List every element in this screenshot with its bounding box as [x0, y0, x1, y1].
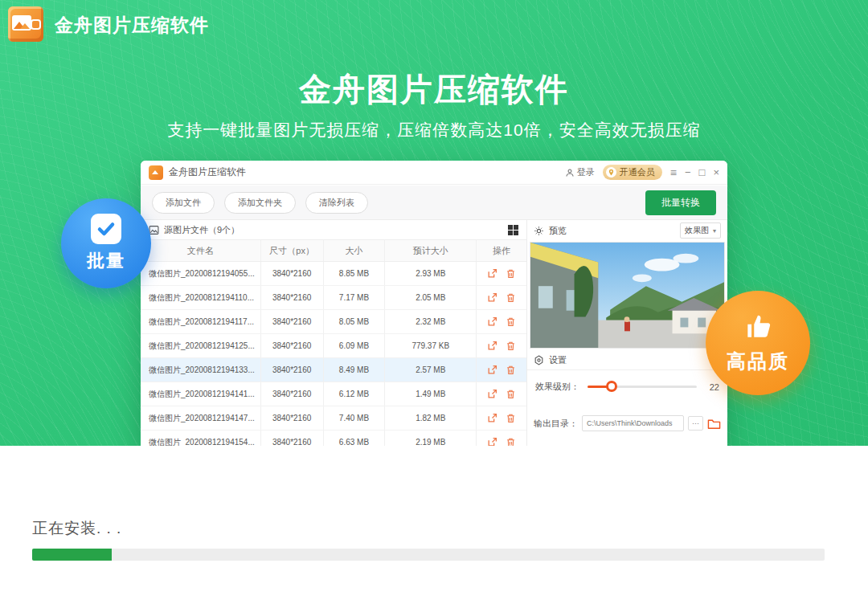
- delete-icon[interactable]: [506, 437, 516, 446]
- settings-icon: [534, 355, 544, 365]
- table-row[interactable]: 微信图片_20200812194147... 3840*2160 7.40 MB…: [141, 406, 526, 431]
- preview-mode-select[interactable]: 效果图 ▾: [680, 222, 721, 239]
- dimensions-cell: 3840*2160: [261, 286, 324, 309]
- install-progress-bar: [32, 549, 825, 561]
- table-header: 文件名 尺寸（px） 大小 预计大小 操作: [141, 239, 526, 262]
- batch-convert-button[interactable]: 批量转换: [645, 190, 716, 215]
- estimated-size-cell: 1.49 MB: [385, 382, 477, 406]
- add-file-button[interactable]: 添加文件: [152, 192, 215, 214]
- vip-pin-icon: [606, 167, 616, 178]
- header-size[interactable]: 大小: [324, 240, 386, 261]
- open-file-icon[interactable]: [487, 437, 497, 446]
- install-status-text: 正在安装. . .: [32, 518, 121, 539]
- open-file-icon[interactable]: [487, 365, 497, 375]
- dimensions-cell: 3840*2160: [261, 406, 324, 430]
- file-name-cell: 微信图片_20200812194117...: [141, 310, 261, 333]
- effect-level-slider[interactable]: [588, 386, 697, 388]
- maximize-icon[interactable]: □: [699, 167, 706, 178]
- header-dimensions[interactable]: 尺寸（px）: [261, 240, 324, 261]
- table-row[interactable]: 微信图片_20200812194110... 3840*2160 7.17 MB…: [141, 286, 526, 310]
- file-name-cell: 微信图片_20200812194133...: [141, 358, 261, 382]
- header-filename[interactable]: 文件名: [141, 240, 261, 261]
- open-file-icon[interactable]: [487, 389, 497, 399]
- table-row[interactable]: 微信图片_20200812194133... 3840*2160 8.49 MB…: [141, 358, 526, 382]
- size-cell: 8.49 MB: [324, 358, 386, 382]
- delete-icon[interactable]: [506, 341, 516, 351]
- delete-icon[interactable]: [506, 389, 516, 399]
- preview-label: 预览: [549, 225, 567, 237]
- hero-subtitle: 支持一键批量图片无损压缩，压缩倍数高达10倍，安全高效无损压缩: [0, 119, 868, 141]
- thumbs-up-icon: [743, 312, 773, 342]
- app-window-preview: 金舟图片压缩软件 登录 开通会员 ≡ − □ ×: [141, 161, 727, 446]
- window-title: 金舟图片压缩软件: [169, 165, 246, 179]
- size-cell: 8.05 MB: [324, 310, 386, 333]
- folder-icon[interactable]: [707, 418, 721, 430]
- window-titlebar: 金舟图片压缩软件 登录 开通会员 ≡ − □ ×: [141, 161, 727, 185]
- open-file-icon[interactable]: [487, 292, 497, 303]
- delete-icon[interactable]: [506, 316, 516, 327]
- size-cell: 6.12 MB: [324, 382, 386, 406]
- clear-list-button[interactable]: 清除列表: [305, 192, 368, 214]
- estimated-size-cell: 2.57 MB: [385, 358, 477, 382]
- grid-view-icon[interactable]: [508, 225, 518, 235]
- installer-footer: 正在安装. . .: [0, 446, 868, 604]
- estimated-size-cell: 779.37 KB: [385, 334, 477, 357]
- delete-icon[interactable]: [506, 268, 516, 279]
- estimated-size-cell: 2.93 MB: [385, 262, 477, 285]
- batch-badge: 批量: [61, 198, 151, 288]
- install-progress-fill: [32, 549, 112, 561]
- window-logo-icon: [149, 165, 163, 180]
- installer-screen: 金舟图片压缩软件 金舟图片压缩软件 支持一键批量图片无损压缩，压缩倍数高达10倍…: [0, 0, 868, 604]
- header-actions[interactable]: 操作: [477, 240, 526, 261]
- estimated-size-cell: 1.82 MB: [385, 406, 477, 430]
- file-name-cell: 微信图片_20200812194055...: [141, 262, 261, 285]
- add-folder-button[interactable]: 添加文件夹: [224, 192, 296, 214]
- open-file-icon[interactable]: [487, 316, 497, 327]
- open-file-icon[interactable]: [487, 413, 497, 423]
- effect-level-value: 22: [705, 382, 719, 392]
- table-body: 微信图片_20200812194055... 3840*2160 8.85 MB…: [141, 262, 526, 446]
- slider-handle[interactable]: [606, 381, 617, 392]
- open-file-icon[interactable]: [487, 341, 497, 351]
- size-cell: 8.85 MB: [324, 262, 386, 285]
- login-label: 登录: [577, 166, 595, 178]
- output-dir-label: 输出目录：: [534, 418, 578, 430]
- minimize-icon[interactable]: −: [685, 167, 691, 178]
- browse-more-button[interactable]: ···: [688, 416, 703, 431]
- dimensions-cell: 3840*2160: [261, 358, 324, 382]
- table-row[interactable]: 微信图片_20200812194125... 3840*2160 6.09 MB…: [141, 334, 526, 358]
- image-icon: [149, 225, 159, 235]
- table-row[interactable]: 微信图片_20200812194055... 3840*2160 8.85 MB…: [141, 262, 526, 286]
- dimensions-cell: 3840*2160: [261, 262, 324, 285]
- file-name-cell: 微信图片_20200812194154...: [141, 431, 261, 446]
- delete-icon[interactable]: [506, 413, 516, 423]
- table-row[interactable]: 微信图片_20200812194141... 3840*2160 6.12 MB…: [141, 382, 526, 406]
- batch-badge-label: 批量: [87, 249, 125, 273]
- quality-badge: 高品质: [706, 291, 810, 395]
- file-name-cell: 微信图片_20200812194141...: [141, 382, 261, 406]
- vip-button[interactable]: 开通会员: [603, 165, 662, 180]
- settings-label: 设置: [549, 354, 567, 366]
- quality-badge-label: 高品质: [727, 349, 789, 374]
- table-row[interactable]: 微信图片_20200812194154... 3840*2160 6.63 MB…: [141, 431, 526, 446]
- size-cell: 7.40 MB: [324, 406, 386, 430]
- brand: 金舟图片压缩软件: [8, 6, 209, 43]
- output-path-field[interactable]: C:\Users\Think\Downloads: [582, 415, 684, 431]
- login-button[interactable]: 登录: [565, 166, 595, 178]
- header-estimated-size[interactable]: 预计大小: [385, 240, 477, 261]
- file-name-cell: 微信图片_20200812194125...: [141, 334, 261, 357]
- preview-mode-value: 效果图: [685, 225, 709, 236]
- source-files-label: 源图片文件（9个）: [164, 224, 240, 236]
- delete-icon[interactable]: [506, 365, 516, 375]
- hero-title: 金舟图片压缩软件: [0, 67, 868, 112]
- table-row[interactable]: 微信图片_20200812194117... 3840*2160 8.05 MB…: [141, 310, 526, 334]
- delete-icon[interactable]: [506, 292, 516, 303]
- effect-level-label: 效果级别：: [535, 381, 579, 393]
- hero-banner: 金舟图片压缩软件 金舟图片压缩软件 支持一键批量图片无损压缩，压缩倍数高达10倍…: [0, 0, 868, 446]
- open-file-icon[interactable]: [487, 268, 497, 279]
- size-cell: 7.17 MB: [324, 286, 386, 309]
- user-icon: [565, 168, 575, 178]
- close-icon[interactable]: ×: [713, 167, 719, 178]
- menu-icon[interactable]: ≡: [670, 167, 677, 178]
- preview-pane: 预览 效果图 ▾: [527, 220, 727, 446]
